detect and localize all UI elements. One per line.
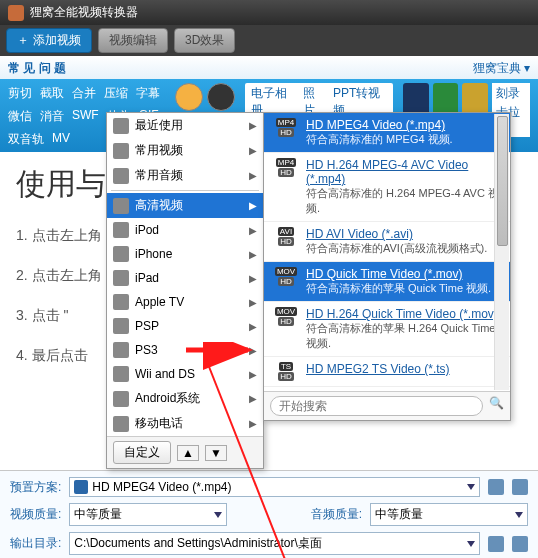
category-item[interactable]: iPhone▶ [107,242,263,266]
format-title: HD MPEG4 Video (*.mp4) [306,118,453,132]
format-badge: TS [279,362,293,371]
category-item[interactable]: iPad▶ [107,266,263,290]
category-icon [113,294,129,310]
tag-link[interactable]: 字幕 [136,85,160,102]
format-item[interactable]: MOVHDHD Quick Time Video (*.mov)符合高清标准的苹… [264,262,510,302]
category-icon [113,318,129,334]
format-submenu: MP4HDHD MPEG4 Video (*.mp4)符合高清标准的 MPEG4… [263,112,511,421]
category-label: 最近使用 [135,117,183,134]
category-label: iPhone [135,247,172,261]
category-label: Android系统 [135,390,200,407]
preset-value: HD MPEG4 Video (*.mp4) [92,480,463,494]
format-badge: MP4 [276,118,296,127]
format-item[interactable]: MP4HDHD MPEG4 Video (*.mp4)符合高清标准的 MPEG4… [264,113,510,153]
preset-combo[interactable]: HD MPEG4 Video (*.mp4) [69,477,480,497]
audio-quality-label: 音频质量: [311,506,362,523]
category-item[interactable]: Android系统▶ [107,386,263,411]
settings-icon[interactable] [488,479,504,495]
format-item[interactable]: MP4HDHD H.264 MPEG-4 AVC Video (*.mp4)符合… [264,153,510,222]
category-label: 高清视频 [135,197,183,214]
chevron-right-icon: ▶ [249,170,257,181]
browse-folder-icon[interactable] [488,536,504,552]
category-menu: 最近使用▶常用视频▶常用音频▶高清视频▶iPod▶iPhone▶iPad▶App… [106,112,264,469]
category-icon [113,118,129,134]
open-folder-icon[interactable] [512,536,528,552]
chevron-down-icon [214,512,222,518]
tag-link[interactable]: SWF [72,108,99,125]
video-quality-combo[interactable]: 中等质量 [69,503,227,526]
output-dir-combo[interactable]: C:\Documents and Settings\Administrator\… [69,532,480,555]
promo-icons [175,83,235,111]
category-item[interactable]: PSP▶ [107,314,263,338]
scroll-thumb[interactable] [497,116,508,246]
format-badge: MP4 [276,158,296,167]
tag-link[interactable]: 消音 [40,108,64,125]
tag-link[interactable]: 双音轨 [8,131,44,148]
down-icon[interactable]: ▼ [205,445,227,461]
chevron-right-icon: ▶ [249,249,257,260]
chevron-down-icon [467,541,475,547]
category-item[interactable]: 移动电话▶ [107,411,263,436]
format-desc: 符合高清标准的苹果 H.264 Quick Time 视频. [306,321,502,351]
category-icon [113,366,129,382]
category-item[interactable]: Apple TV▶ [107,290,263,314]
faq-bar: 常 见 问 题 狸窝宝典 ▾ [0,56,538,79]
category-label: iPad [135,271,159,285]
hd-icon: HD [278,277,294,286]
chevron-right-icon: ▶ [249,393,257,404]
video-edit-button[interactable]: 视频编辑 [98,28,168,53]
category-item[interactable]: 最近使用▶ [107,113,263,138]
tag-link[interactable]: 微信 [8,108,32,125]
scrollbar[interactable] [494,114,509,390]
faq-label[interactable]: 常 见 问 题 [8,60,66,77]
output-value: C:\Documents and Settings\Administrator\… [74,535,463,552]
aq-value: 中等质量 [375,506,511,523]
format-title: HD Quick Time Video (*.mov) [306,267,491,281]
category-item[interactable]: iPod▶ [107,218,263,242]
plus-icon: ＋ [17,32,29,49]
3d-effect-button[interactable]: 3D效果 [174,28,235,53]
category-label: Wii and DS [135,367,195,381]
video-quality-label: 视频质量: [10,506,61,523]
format-item[interactable]: TSHDHD MPEG2 TS Video (*.ts) [264,357,510,387]
tag-link[interactable]: 合并 [72,85,96,102]
category-icon [113,143,129,159]
category-label: PSP [135,319,159,333]
category-icon [113,342,129,358]
wrench-icon[interactable] [512,479,528,495]
chevron-right-icon: ▶ [249,225,257,236]
search-input[interactable] [270,396,483,416]
app-title: 狸窝全能视频转换器 [30,4,138,21]
category-label: 常用视频 [135,142,183,159]
audio-quality-combo[interactable]: 中等质量 [370,503,528,526]
custom-button[interactable]: 自定义 [113,441,171,464]
tag-link[interactable]: MV [52,131,70,148]
up-icon[interactable]: ▲ [177,445,199,461]
baodian-dropdown[interactable]: 狸窝宝典 ▾ [473,60,530,77]
category-item[interactable]: 常用音频▶ [107,163,263,188]
category-item[interactable]: Wii and DS▶ [107,362,263,386]
toolbar: ＋ 添加视频 视频编辑 3D效果 [0,25,538,56]
tag-link[interactable]: 截取 [40,85,64,102]
search-icon[interactable]: 🔍 [489,396,504,416]
format-title: HD MPEG2 TS Video (*.ts) [306,362,450,376]
format-item[interactable]: AVIHDHD AVI Video (*.avi)符合高清标准的AVI(高级流视… [264,222,510,262]
category-icon [113,222,129,238]
add-video-button[interactable]: ＋ 添加视频 [6,28,92,53]
tag-link[interactable]: 压缩 [104,85,128,102]
format-item[interactable]: MOVHDHD H.264 Quick Time Video (*.mov)符合… [264,302,510,357]
hd-icon: HD [278,317,294,326]
hd-icon: HD [278,128,294,137]
hd-icon: HD [278,168,294,177]
chevron-right-icon: ▶ [249,273,257,284]
format-desc: 符合高清标准的AVI(高级流视频格式). [306,241,487,256]
chevron-right-icon: ▶ [249,369,257,380]
category-label: PS3 [135,343,158,357]
burn-link[interactable]: 刻录 [496,85,526,102]
chevron-right-icon: ▶ [249,200,257,211]
category-item[interactable]: PS3▶ [107,338,263,362]
format-desc: 符合高清标准的 H.264 MPEG-4 AVC 视频. [306,186,502,216]
category-item[interactable]: 常用视频▶ [107,138,263,163]
tag-link[interactable]: 剪切 [8,85,32,102]
category-item[interactable]: 高清视频▶ [107,193,263,218]
